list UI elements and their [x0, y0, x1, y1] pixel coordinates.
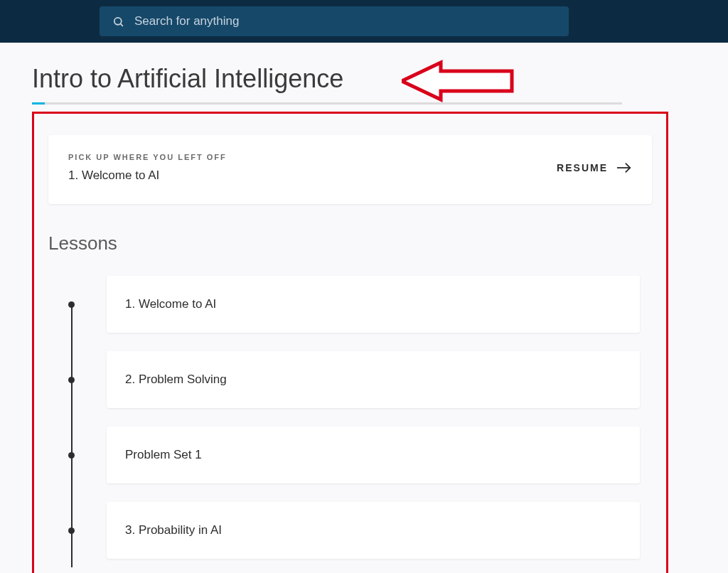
- resume-lesson-title: 1. Welcome to AI: [68, 168, 227, 183]
- highlight-annotation-box: PICK UP WHERE YOU LEFT OFF 1. Welcome to…: [32, 112, 668, 573]
- timeline-dot: [68, 528, 75, 534]
- lesson-title: Problem Set 1: [125, 448, 621, 462]
- progress-fill: [32, 102, 45, 105]
- lesson-card[interactable]: 3. Probability in AI: [107, 502, 640, 559]
- search-input[interactable]: [134, 14, 556, 28]
- lessons-timeline: 1. Welcome to AI 2. Problem Solving Prob…: [68, 276, 666, 559]
- lessons-heading: Lessons: [48, 232, 666, 255]
- lesson-card[interactable]: Problem Set 1: [107, 427, 640, 483]
- svg-point-0: [114, 17, 122, 24]
- lesson-item: 1. Welcome to AI: [68, 276, 666, 333]
- timeline-dot: [68, 452, 75, 459]
- search-box[interactable]: [100, 6, 569, 36]
- resume-button-label: RESUME: [557, 162, 608, 173]
- lesson-item: 3. Probability in AI: [68, 502, 666, 559]
- resume-info: PICK UP WHERE YOU LEFT OFF 1. Welcome to…: [68, 153, 227, 183]
- search-icon: [112, 16, 124, 28]
- lesson-title: 1. Welcome to AI: [125, 297, 621, 311]
- resume-button[interactable]: RESUME: [557, 162, 632, 173]
- svg-line-1: [121, 23, 123, 26]
- lesson-title: 2. Problem Solving: [125, 373, 621, 387]
- progress-bar: [32, 102, 622, 105]
- resume-card[interactable]: PICK UP WHERE YOU LEFT OFF 1. Welcome to…: [48, 135, 652, 204]
- lesson-item: 2. Problem Solving: [68, 351, 666, 408]
- timeline-dot: [68, 377, 75, 383]
- annotation-arrow-icon: [402, 55, 515, 107]
- lesson-card[interactable]: 2. Problem Solving: [107, 351, 640, 408]
- lesson-item: Problem Set 1: [68, 427, 666, 483]
- page-title: Intro to Artificial Intelligence: [32, 64, 696, 94]
- resume-label: PICK UP WHERE YOU LEFT OFF: [68, 153, 227, 161]
- lesson-card[interactable]: 1. Welcome to AI: [107, 276, 640, 333]
- arrow-right-icon: [616, 162, 632, 173]
- lesson-title: 3. Probability in AI: [125, 523, 621, 537]
- timeline-dot: [68, 301, 75, 308]
- app-header: [0, 0, 728, 43]
- main-content: Intro to Artificial Intelligence PICK UP…: [0, 43, 728, 573]
